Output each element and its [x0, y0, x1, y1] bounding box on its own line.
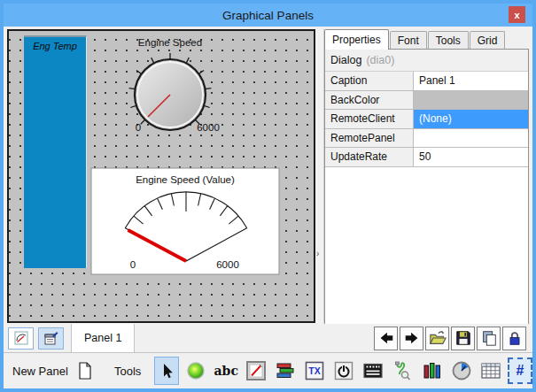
value-gauge-widget[interactable]: Engine Speed (Value) 0 6000 — [91, 168, 279, 274]
led-icon — [186, 361, 206, 380]
save-floppy-icon — [454, 329, 472, 347]
tool-grid-toggle-button[interactable]: # — [508, 357, 532, 384]
diagnostics-icon — [392, 360, 413, 381]
back-arrow-icon — [377, 329, 395, 347]
panel-properties-icon — [43, 331, 58, 346]
tx-display-icon: TX — [304, 360, 325, 381]
window-title: Graphical Panels — [222, 9, 314, 22]
tools-menu-label[interactable]: Tools — [114, 365, 141, 378]
forward-arrow-icon — [403, 329, 421, 347]
tool-lcd-display-button[interactable] — [361, 357, 385, 385]
property-name[interactable]: RemoteClient — [325, 110, 414, 128]
open-folder-icon — [429, 329, 447, 347]
slider-bars-icon — [275, 360, 296, 381]
meter-icon — [245, 360, 267, 381]
app-window: Graphical Panels x Eng Temp Engine Speed — [0, 0, 536, 392]
tool-bar-graph-button[interactable] — [419, 357, 444, 385]
splitter-collapse-icon[interactable]: › — [316, 249, 319, 258]
properties-panel: Properties Font Tools Grid Dialog (dia0)… — [324, 29, 529, 326]
object-id: (dia0) — [366, 54, 394, 66]
tool-clock-button[interactable] — [449, 357, 474, 385]
title-bar[interactable]: Graphical Panels x — [4, 4, 532, 27]
object-name: Dialog — [330, 54, 361, 66]
properties-tab-strip: Properties Font Tools Grid — [324, 29, 529, 50]
open-button[interactable] — [425, 327, 449, 350]
property-value[interactable] — [414, 129, 528, 148]
close-button[interactable]: x — [509, 6, 525, 23]
property-row-updaterate: UpdateRate 50 — [325, 148, 528, 167]
bar-graph-icon — [422, 360, 443, 381]
property-name[interactable]: UpdateRate — [325, 148, 414, 166]
property-row-caption: Caption Panel 1 — [325, 72, 528, 91]
property-value[interactable]: Panel 1 — [414, 72, 528, 90]
tab-properties[interactable]: Properties — [324, 29, 389, 50]
property-name[interactable]: RemotePanel — [325, 129, 414, 148]
knob-gauge-max-label: 6000 — [197, 122, 220, 133]
panel-tab-label: Panel 1 — [84, 332, 121, 344]
property-value[interactable]: 50 — [414, 148, 528, 166]
forward-button[interactable] — [400, 327, 423, 350]
abc-text-icon: abc — [214, 364, 238, 378]
lock-button[interactable] — [502, 327, 526, 350]
tool-label-button[interactable]: abc — [214, 357, 239, 385]
tab-font[interactable]: Font — [390, 31, 427, 50]
panel-properties-button[interactable] — [38, 327, 64, 350]
property-value[interactable]: (None) — [414, 110, 528, 128]
knob-gauge-min-label: 0 — [136, 122, 141, 133]
property-value[interactable] — [414, 91, 528, 110]
table-icon — [480, 360, 501, 381]
tool-led-button[interactable] — [183, 357, 208, 385]
knob-gauge-widget[interactable]: Engine Speed 0 6000 — [129, 37, 220, 133]
lcd-display-icon — [362, 360, 384, 381]
tool-cursor-button[interactable] — [154, 357, 179, 385]
panel-splitter[interactable]: › — [315, 29, 324, 323]
copy-pages-icon — [480, 329, 498, 347]
mini-gauge-button[interactable] — [8, 327, 34, 350]
cursor-arrow-icon — [157, 361, 176, 380]
tool-meter-button[interactable] — [244, 357, 268, 385]
property-row-remoteclient: RemoteClient (None) — [325, 110, 528, 129]
knob-gauge-title: Engine Speed — [138, 37, 202, 48]
mini-gauge-icon — [14, 331, 28, 345]
back-button[interactable] — [374, 327, 398, 350]
grid-hash-icon: # — [516, 363, 524, 379]
tx-glyph: TX — [308, 365, 320, 376]
copy-button[interactable] — [477, 327, 501, 350]
power-icon — [333, 360, 354, 381]
new-document-button[interactable] — [73, 357, 97, 385]
new-panel-button[interactable]: New Panel — [12, 365, 68, 378]
property-name[interactable]: BackColor — [325, 91, 414, 110]
new-document-icon — [76, 361, 94, 380]
properties-object-header: Dialog (dia0) — [325, 50, 528, 72]
property-name[interactable]: Caption — [325, 72, 414, 90]
design-canvas[interactable]: Eng Temp Engine Speed — [7, 29, 315, 323]
panel-tab-active[interactable]: Panel 1 — [71, 324, 135, 352]
property-row-remotepanel: RemotePanel — [325, 129, 528, 149]
properties-grid: Dialog (dia0) Caption Panel 1 BackColor … — [324, 49, 529, 326]
tool-text-display-button[interactable]: TX — [302, 357, 327, 385]
tools-toolbar: New Panel Tools — [4, 352, 532, 388]
file-nav-toolbar — [374, 327, 526, 350]
tab-tools[interactable]: Tools — [428, 31, 469, 50]
lock-icon — [506, 329, 524, 347]
panel-tab-bar: Panel 1 — [4, 324, 532, 352]
save-button[interactable] — [451, 327, 475, 350]
clock-icon — [451, 360, 472, 381]
gauge-widgets-layer: Engine Speed 0 6000 Engine Speed ( — [9, 31, 314, 321]
property-row-backcolor: BackColor — [325, 91, 528, 111]
value-gauge-min-label: 0 — [130, 259, 136, 270]
tool-table-button[interactable] — [478, 357, 503, 385]
tool-diagnostics-button[interactable] — [390, 357, 415, 385]
value-gauge-title: Engine Speed (Value) — [136, 174, 235, 185]
tool-slider-button[interactable] — [273, 357, 298, 385]
tool-power-button[interactable] — [331, 357, 356, 385]
tab-grid[interactable]: Grid — [470, 31, 506, 50]
value-gauge-max-label: 6000 — [216, 259, 239, 270]
